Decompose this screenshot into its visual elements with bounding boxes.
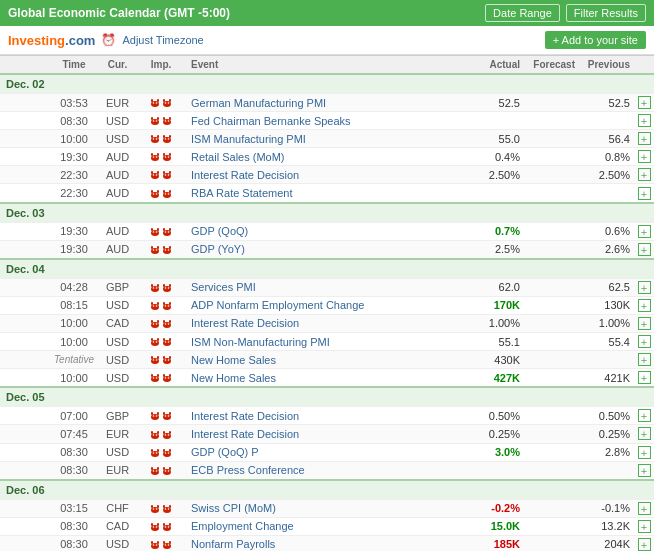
row-add-btn[interactable]: + (634, 517, 654, 535)
row-previous (579, 461, 634, 480)
svg-point-89 (168, 287, 170, 289)
row-forecast (524, 94, 579, 112)
svg-rect-202 (157, 541, 159, 544)
row-add-btn[interactable]: + (634, 314, 654, 332)
row-currency: EUR (100, 425, 135, 443)
bull-head-icon (161, 169, 173, 181)
row-add-btn[interactable]: + (634, 148, 654, 166)
row-event[interactable]: ADP Nonfarm Employment Change (187, 296, 469, 314)
row-add-btn[interactable]: + (634, 94, 654, 112)
date-section-row: Dec. 05 (0, 387, 654, 407)
row-event[interactable]: GDP (QoQ) P (187, 443, 469, 461)
row-add-btn[interactable]: + (634, 425, 654, 443)
section-date: Dec. 05 (0, 387, 654, 407)
calendar-title: Global Economic Calendar (GMT -5:00) (8, 6, 230, 20)
row-event[interactable]: Interest Rate Decision (187, 425, 469, 443)
row-add-btn[interactable]: + (634, 443, 654, 461)
row-event[interactable]: New Home Sales (187, 369, 469, 388)
row-date (0, 517, 48, 535)
row-event[interactable]: ECB Press Conference (187, 461, 469, 480)
header-bar: Global Economic Calendar (GMT -5:00) Dat… (0, 0, 654, 26)
row-forecast (524, 443, 579, 461)
row-time: 08:30 (48, 461, 100, 480)
row-event[interactable]: ISM Non-Manufacturing PMI (187, 333, 469, 351)
row-event[interactable]: GDP (YoY) (187, 240, 469, 259)
row-time: 22:30 (48, 166, 100, 184)
svg-point-118 (165, 341, 167, 343)
row-time: 10:00 (48, 130, 100, 148)
bull-head-icon (149, 429, 161, 441)
svg-rect-52 (157, 190, 159, 193)
section-date: Dec. 04 (0, 259, 654, 279)
row-event[interactable]: Interest Rate Decision (187, 314, 469, 332)
bull-head-icon (149, 115, 161, 127)
bull-head-icon (161, 151, 173, 163)
row-forecast (524, 535, 579, 551)
col-date (0, 56, 48, 75)
svg-rect-206 (163, 541, 165, 544)
row-actual (469, 112, 524, 130)
svg-rect-41 (151, 171, 153, 174)
row-event[interactable]: German Manufacturing PMI (187, 94, 469, 112)
row-add-btn[interactable]: + (634, 130, 654, 148)
row-currency: CAD (100, 314, 135, 332)
bull-head-icon (149, 97, 161, 109)
adjust-timezone-link[interactable]: Adjust Timezone (122, 34, 203, 46)
row-event[interactable]: Fed Chairman Bernanke Speaks (187, 112, 469, 130)
row-event[interactable]: GDP (QoQ) (187, 222, 469, 240)
row-time: 08:30 (48, 443, 100, 461)
row-add-btn[interactable]: + (634, 278, 654, 296)
row-time: 10:00 (48, 369, 100, 388)
add-to-site-btn[interactable]: + Add to your site (545, 31, 646, 49)
row-event[interactable]: Services PMI (187, 278, 469, 296)
row-event[interactable]: ISM Manufacturing PMI (187, 130, 469, 148)
svg-rect-126 (163, 356, 165, 359)
row-add-btn[interactable]: + (634, 222, 654, 240)
row-impact (135, 407, 187, 425)
svg-rect-56 (163, 190, 165, 193)
col-previous: Previous (579, 56, 634, 75)
svg-rect-191 (151, 523, 153, 526)
row-event[interactable]: Interest Rate Decision (187, 166, 469, 184)
row-event[interactable]: New Home Sales (187, 351, 469, 369)
bull-head-icon (149, 539, 161, 551)
row-add-btn[interactable]: + (634, 535, 654, 551)
row-add-btn[interactable]: + (634, 461, 654, 480)
date-range-btn[interactable]: Date Range (485, 4, 560, 22)
svg-rect-77 (169, 246, 171, 249)
row-currency: CAD (100, 517, 135, 535)
row-forecast (524, 499, 579, 517)
svg-rect-131 (151, 374, 153, 377)
row-add-btn[interactable]: + (634, 296, 654, 314)
svg-point-168 (165, 452, 167, 454)
bull-head-icon (149, 465, 161, 477)
svg-rect-136 (163, 374, 165, 377)
row-actual: 185K (469, 535, 524, 551)
row-event[interactable]: Employment Change (187, 517, 469, 535)
row-event[interactable]: Swiss CPI (MoM) (187, 499, 469, 517)
svg-point-33 (153, 157, 155, 159)
row-add-btn[interactable]: + (634, 333, 654, 351)
row-add-btn[interactable]: + (634, 166, 654, 184)
row-add-btn[interactable]: + (634, 369, 654, 388)
row-add-btn[interactable]: + (634, 407, 654, 425)
row-add-btn[interactable]: + (634, 351, 654, 369)
row-date (0, 148, 48, 166)
row-add-btn[interactable]: + (634, 184, 654, 203)
svg-point-9 (168, 102, 170, 104)
svg-point-159 (168, 434, 170, 436)
row-date (0, 369, 48, 388)
svg-rect-72 (157, 246, 159, 249)
row-add-btn[interactable]: + (634, 499, 654, 517)
svg-rect-62 (157, 228, 159, 231)
filter-results-btn[interactable]: Filter Results (566, 4, 646, 22)
row-event[interactable]: Interest Rate Decision (187, 407, 469, 425)
row-impact (135, 94, 187, 112)
bull-head-icon (149, 447, 161, 459)
row-add-btn[interactable]: + (634, 112, 654, 130)
row-event[interactable]: RBA Rate Statement (187, 184, 469, 203)
row-event[interactable]: Nonfarm Payrolls (187, 535, 469, 551)
row-add-btn[interactable]: + (634, 240, 654, 259)
row-impact (135, 166, 187, 184)
row-event[interactable]: Retail Sales (MoM) (187, 148, 469, 166)
